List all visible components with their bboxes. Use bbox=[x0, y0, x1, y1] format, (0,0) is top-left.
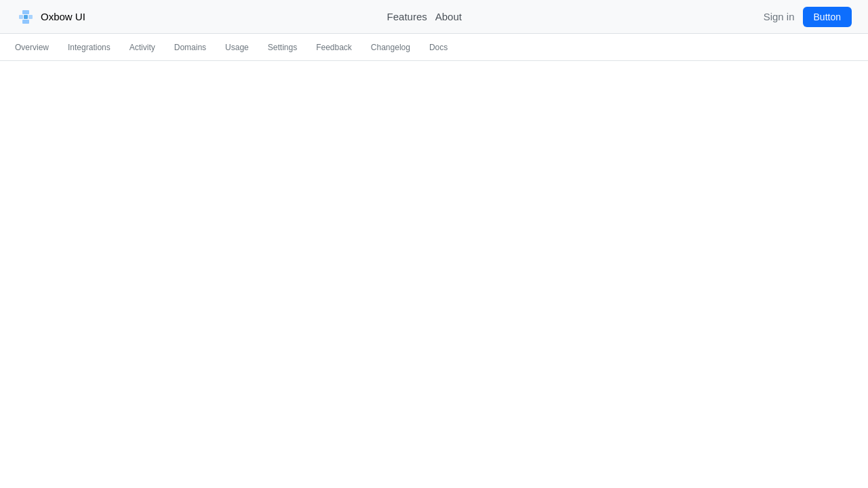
svg-rect-3 bbox=[28, 15, 33, 19]
svg-rect-4 bbox=[24, 15, 28, 19]
nav-link-features[interactable]: Features bbox=[387, 11, 427, 22]
main-content bbox=[0, 61, 868, 488]
sub-nav-domains[interactable]: Domains bbox=[165, 34, 216, 61]
brand-name: Oxbow UI bbox=[41, 11, 85, 22]
cta-button[interactable]: Button bbox=[803, 7, 852, 27]
nav-actions: Sign in Button bbox=[764, 7, 852, 27]
sub-nav-usage[interactable]: Usage bbox=[216, 34, 258, 61]
svg-rect-1 bbox=[22, 20, 29, 24]
sub-nav-docs[interactable]: Docs bbox=[420, 34, 457, 61]
sub-nav-settings[interactable]: Settings bbox=[258, 34, 307, 61]
top-navbar: Oxbow UI Features About Sign in Button bbox=[0, 0, 868, 34]
sub-nav-changelog[interactable]: Changelog bbox=[361, 34, 420, 61]
sub-nav-integrations[interactable]: Integrations bbox=[58, 34, 120, 61]
svg-rect-0 bbox=[22, 10, 29, 14]
top-nav-links: Features About bbox=[387, 11, 462, 22]
sub-nav-activity[interactable]: Activity bbox=[120, 34, 165, 61]
sign-in-link[interactable]: Sign in bbox=[764, 11, 795, 22]
brand-logo-icon bbox=[16, 7, 35, 26]
brand-logo-link[interactable]: Oxbow UI bbox=[16, 7, 85, 26]
sub-nav-overview[interactable]: Overview bbox=[5, 34, 58, 61]
sub-navbar: Overview Integrations Activity Domains U… bbox=[0, 34, 868, 61]
sub-nav-feedback[interactable]: Feedback bbox=[307, 34, 361, 61]
svg-rect-2 bbox=[19, 15, 23, 19]
nav-link-about[interactable]: About bbox=[435, 11, 462, 22]
